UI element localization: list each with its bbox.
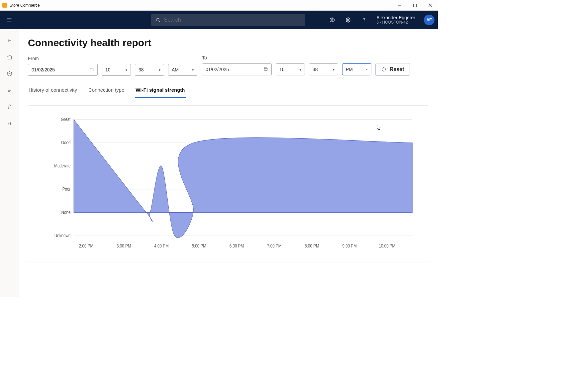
reset-button[interactable]: Reset [375, 63, 410, 76]
to-group: To 01/02/2025 10▾ 38▾ PM▾ [202, 55, 410, 76]
user-name: Alexander Eggerer [376, 15, 415, 20]
app-icon [2, 3, 7, 8]
zero-icon[interactable]: 0 [6, 120, 13, 127]
to-hour-select[interactable]: 10▾ [276, 63, 305, 75]
from-group: From 01/02/2025 10▾ 38▾ AM▾ [28, 56, 197, 76]
app-title: Store Commerce [10, 3, 40, 8]
svg-line-8 [159, 21, 160, 22]
svg-text:Poor: Poor [62, 186, 71, 192]
svg-text:6:00 PM: 6:00 PM [230, 243, 244, 248]
user-block[interactable]: Alexander Eggerer 5 - HOUSTON-42 [376, 15, 415, 25]
to-minute-value: 38 [313, 67, 318, 72]
reset-icon [381, 67, 386, 72]
svg-text:Unknown: Unknown [54, 233, 71, 238]
to-ampm-value: PM [346, 67, 353, 72]
svg-rect-17 [90, 68, 93, 71]
report-tabs: History of connectivity Connection type … [28, 84, 429, 98]
chevron-down-icon: ▾ [126, 68, 127, 72]
calendar-icon [89, 67, 94, 72]
from-hour-select[interactable]: 10▾ [102, 64, 131, 76]
svg-point-12 [364, 21, 364, 22]
window-maximize-button[interactable] [407, 0, 423, 10]
from-minute-select[interactable]: 38▾ [135, 64, 164, 76]
hamburger-button[interactable] [4, 14, 15, 26]
globe-icon[interactable] [329, 16, 336, 24]
help-icon[interactable] [360, 16, 368, 24]
svg-text:Moderate: Moderate [54, 163, 70, 168]
to-ampm-select[interactable]: PM▾ [342, 63, 371, 75]
from-hour-value: 10 [105, 67, 111, 72]
svg-rect-1 [414, 4, 417, 7]
wifi-signal-chart: GreatGoodModeratePoorNoneUnknown2:00 PM3… [42, 116, 416, 255]
chevron-down-icon: ▾ [300, 68, 301, 71]
svg-text:3:00 PM: 3:00 PM [117, 243, 131, 248]
to-label: To [202, 55, 410, 60]
svg-text:4:00 PM: 4:00 PM [154, 243, 168, 248]
window-close-button[interactable] [423, 0, 438, 10]
list-icon[interactable] [6, 87, 13, 94]
home-icon[interactable] [6, 54, 13, 60]
to-date-value: 01/02/2025 [206, 67, 229, 72]
top-nav: Alexander Eggerer 5 - HOUSTON-42 AE [0, 11, 438, 29]
svg-text:5:00 PM: 5:00 PM [192, 243, 206, 248]
svg-rect-19 [264, 68, 267, 71]
chevron-down-icon: ▾ [192, 68, 194, 72]
svg-point-11 [347, 19, 349, 21]
search-input[interactable] [163, 17, 301, 23]
chevron-down-icon: ▾ [333, 68, 335, 71]
from-minute-value: 38 [139, 67, 144, 72]
to-date-input[interactable]: 01/02/2025 [202, 63, 272, 75]
to-minute-select[interactable]: 38▾ [309, 63, 338, 75]
content: Connectivity health report From 01/02/20… [19, 29, 438, 297]
from-date-input[interactable]: 01/02/2025 [28, 64, 98, 76]
search-box[interactable] [151, 14, 305, 26]
from-label: From [28, 56, 197, 61]
svg-text:9:00 PM: 9:00 PM [342, 243, 357, 248]
svg-text:8:00 PM: 8:00 PM [305, 243, 319, 248]
user-sub: 5 - HOUSTON-42 [376, 20, 415, 25]
tab-wifi-strength[interactable]: Wi-Fi signal strength [135, 84, 185, 98]
page-title: Connectivity health report [28, 37, 429, 49]
svg-text:Great: Great [61, 117, 70, 122]
window-title-bar: Store Commerce [0, 0, 438, 11]
chevron-down-icon: ▾ [159, 68, 160, 72]
from-date-value: 01/02/2025 [32, 67, 55, 72]
tab-connection-type[interactable]: Connection type [88, 84, 125, 98]
back-icon[interactable] [6, 37, 13, 44]
box-icon[interactable] [6, 70, 13, 77]
svg-text:Good: Good [61, 140, 70, 145]
tab-history[interactable]: History of connectivity [28, 84, 78, 98]
svg-text:2:00 PM: 2:00 PM [79, 243, 93, 248]
calendar-icon [263, 67, 268, 72]
reset-label: Reset [390, 66, 404, 72]
search-icon [155, 17, 161, 23]
from-ampm-value: AM [172, 67, 179, 72]
bag-icon[interactable] [6, 104, 13, 110]
avatar[interactable]: AE [424, 15, 434, 25]
chart-card: GreatGoodModeratePoorNoneUnknown2:00 PM3… [28, 105, 429, 262]
to-hour-value: 10 [279, 67, 285, 72]
gear-icon[interactable] [344, 16, 352, 24]
svg-text:None: None [61, 210, 71, 215]
from-ampm-select[interactable]: AM▾ [168, 64, 197, 76]
svg-text:7:00 PM: 7:00 PM [267, 243, 281, 248]
left-rail: 0 [0, 29, 19, 297]
svg-text:10:00 PM: 10:00 PM [379, 243, 396, 248]
window-minimize-button[interactable] [392, 0, 407, 10]
chevron-down-icon: ▾ [366, 67, 368, 71]
